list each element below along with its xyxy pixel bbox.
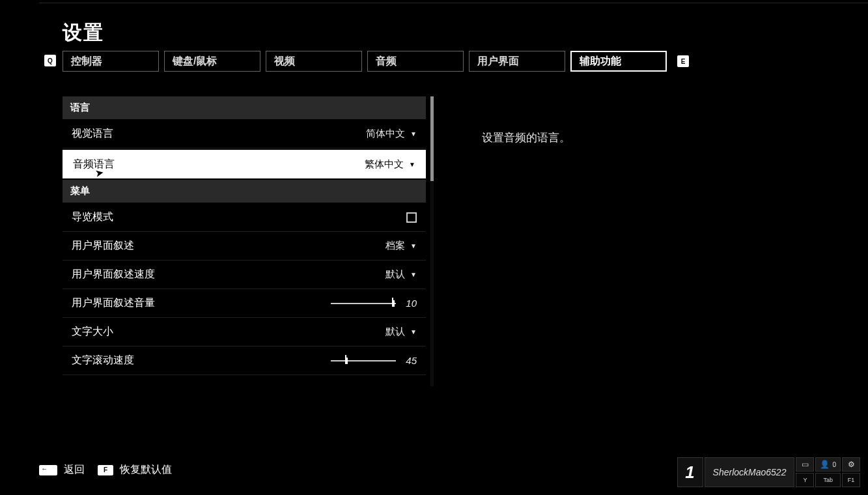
row-ui-narration-speed[interactable]: 用户界面叙述速度 默认 ▼ — [63, 261, 426, 289]
tab-label: 控制器 — [71, 55, 102, 68]
hud-settings-button[interactable]: ⚙ — [842, 457, 860, 472]
page-title: 设置 — [63, 20, 104, 46]
row-value: 档案 ▼ — [385, 240, 417, 252]
hud-party-key: Tab — [815, 473, 841, 487]
back-key-icon — [39, 465, 57, 475]
slider-track[interactable] — [331, 303, 396, 304]
scrollbar[interactable] — [430, 96, 434, 386]
dropdown-value: 简体中文 — [366, 128, 405, 140]
row-visual-language[interactable]: 视觉语言 简体中文 ▼ — [63, 120, 426, 148]
hud-rank: 1 — [677, 457, 703, 487]
tab-accessibility[interactable]: 辅助功能 — [570, 51, 667, 72]
row-text-scroll-speed[interactable]: 文字滚动速度 45 — [63, 346, 426, 375]
chevron-down-icon: ▼ — [410, 328, 417, 335]
row-value: 简体中文 ▼ — [366, 128, 417, 140]
section-header-language: 语言 — [63, 96, 426, 120]
slider-tick — [392, 298, 393, 300]
row-value — [406, 212, 417, 223]
dropdown-value: 档案 — [385, 240, 405, 252]
tab-label: 用户界面 — [477, 55, 519, 68]
section-header-menu: 菜单 — [63, 180, 426, 203]
tab-label: 视频 — [274, 55, 295, 68]
dropdown-value: 默认 — [385, 268, 405, 281]
hud-chat-key: Y — [796, 473, 814, 487]
back-label: 返回 — [64, 463, 85, 477]
slider-value: 45 — [401, 355, 417, 366]
slider-thumb[interactable] — [345, 358, 348, 364]
row-value: 默认 ▼ — [385, 326, 417, 338]
tab-label: 辅助功能 — [580, 55, 621, 68]
chat-icon: ▭ — [802, 460, 809, 469]
top-divider — [39, 3, 868, 3]
row-label: 文字大小 — [72, 325, 113, 339]
slider-track[interactable] — [331, 360, 396, 361]
row-value: 45 — [331, 355, 417, 366]
slider-tick — [345, 355, 346, 358]
row-label: 文字滚动速度 — [72, 354, 134, 367]
person-icon: 👤 — [820, 460, 830, 469]
hud-party-button[interactable]: 👤0 — [815, 457, 841, 472]
row-navigation-mode[interactable]: 导览模式 — [63, 203, 426, 232]
hud-chat-button[interactable]: ▭ — [796, 457, 814, 472]
row-label: 用户界面叙述音量 — [72, 296, 155, 310]
tab-prev-key: Q — [44, 55, 56, 66]
back-button[interactable]: 返回 — [39, 463, 85, 477]
slider-value: 10 — [401, 298, 417, 309]
party-count: 0 — [832, 461, 836, 468]
tab-keyboard-mouse[interactable]: 键盘/鼠标 — [164, 51, 260, 72]
tab-ui[interactable]: 用户界面 — [469, 51, 565, 72]
tab-controller[interactable]: 控制器 — [63, 51, 159, 72]
tabs-bar: Q 控制器 键盘/鼠标 视频 音频 用户界面 辅助功能 E — [63, 51, 689, 72]
settings-panel-wrap: 语言 视觉语言 简体中文 ▼ 音频语言 繁体中文 ▼ 菜单 导览模式 用户界面叙… — [63, 96, 434, 386]
footer-actions: 返回 F 恢复默认值 — [39, 463, 172, 477]
row-text-size[interactable]: 文字大小 默认 ▼ — [63, 318, 426, 346]
hud-username: SherlockMao6522 — [705, 457, 795, 487]
chevron-down-icon: ▼ — [410, 130, 417, 137]
chevron-down-icon: ▼ — [409, 161, 415, 168]
row-value: 默认 ▼ — [385, 268, 417, 281]
dropdown-value: 繁体中文 — [365, 158, 404, 171]
row-label: 导览模式 — [72, 210, 113, 224]
reset-defaults-button[interactable]: F 恢复默认值 — [98, 463, 172, 477]
slider-thumb[interactable] — [392, 300, 395, 307]
row-label: 用户界面叙述 — [72, 239, 134, 253]
hud-bar: 1 SherlockMao6522 ▭ Y 👤0 Tab ⚙ F1 — [677, 457, 860, 487]
tab-video[interactable]: 视频 — [266, 51, 362, 72]
row-value: 繁体中文 ▼ — [365, 158, 415, 171]
dropdown-value: 默认 — [385, 326, 405, 338]
settings-panel: 语言 视觉语言 简体中文 ▼ 音频语言 繁体中文 ▼ 菜单 导览模式 用户界面叙… — [63, 96, 426, 386]
row-ui-narration-volume[interactable]: 用户界面叙述音量 10 — [63, 289, 426, 318]
row-label: 用户界面叙述速度 — [72, 268, 155, 281]
row-value: 10 — [331, 298, 417, 309]
scrollbar-thumb[interactable] — [430, 96, 434, 181]
tab-label: 音频 — [376, 55, 397, 68]
chevron-down-icon: ▼ — [410, 242, 417, 249]
tab-audio[interactable]: 音频 — [367, 51, 464, 72]
row-ui-narration[interactable]: 用户界面叙述 档案 ▼ — [63, 232, 426, 261]
tab-next-key: E — [677, 55, 689, 67]
tab-label: 键盘/鼠标 — [173, 55, 217, 68]
hud-settings-key: F1 — [842, 473, 860, 487]
row-label: 视觉语言 — [72, 127, 113, 141]
reset-key-icon: F — [98, 465, 113, 475]
row-audio-language[interactable]: 音频语言 繁体中文 ▼ — [63, 150, 426, 178]
checkbox-icon[interactable] — [406, 212, 417, 223]
setting-description: 设置音频的语言。 — [482, 130, 570, 145]
row-label: 音频语言 — [73, 158, 115, 171]
gear-icon: ⚙ — [848, 460, 855, 469]
reset-label: 恢复默认值 — [120, 463, 172, 477]
chevron-down-icon: ▼ — [410, 271, 417, 278]
